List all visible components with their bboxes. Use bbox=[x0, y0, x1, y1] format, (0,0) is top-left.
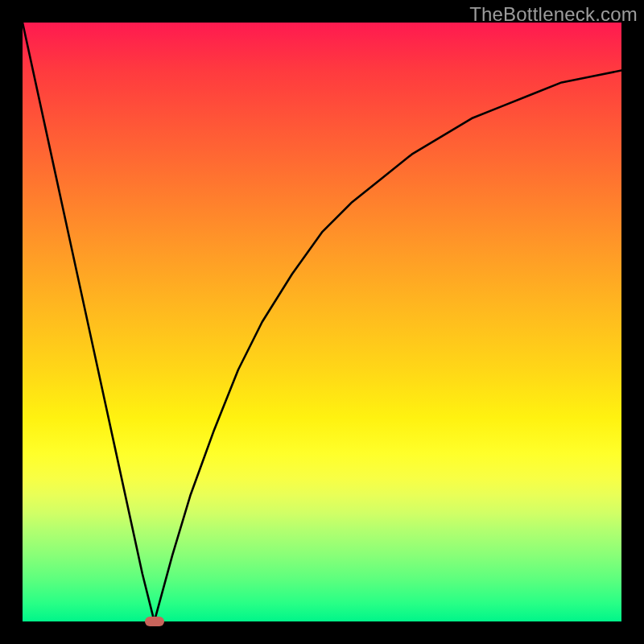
bottleneck-curve bbox=[23, 23, 621, 621]
chart-frame: TheBottleneck.com bbox=[0, 0, 644, 644]
plot-area bbox=[23, 23, 621, 621]
minimum-marker bbox=[145, 617, 164, 626]
